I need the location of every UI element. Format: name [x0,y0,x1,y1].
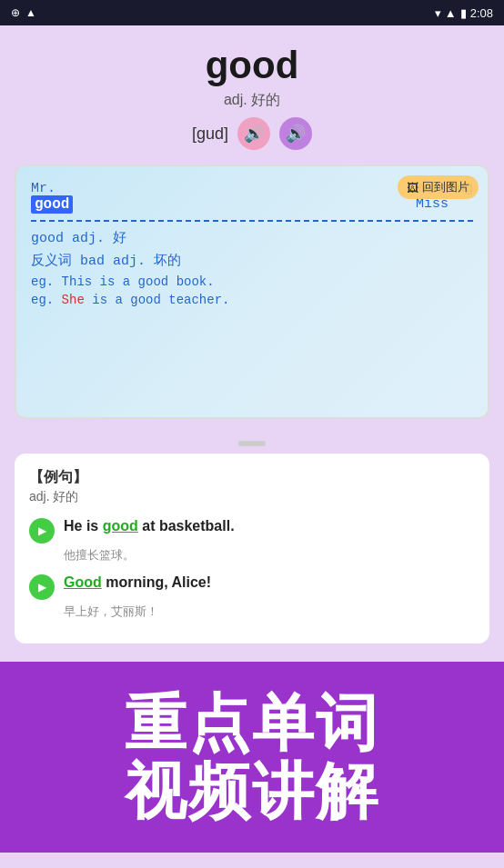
video-title-line1: 重点单词 [125,689,379,757]
play-icon-1: ▶ [38,524,46,537]
main-content: good adj. 好的 [gud] 🔊 🔊 🖼 回到图片 Mr. good m… [0,25,504,662]
sound-icon-1: 🔊 [244,124,264,144]
card-definition: good adj. 好 [31,229,473,246]
example-translation-1: 他擅长篮球。 [64,547,475,564]
example-translation-2: 早上好，艾丽斯！ [64,604,475,620]
video-section[interactable]: 重点单词 视频讲解 [0,662,504,853]
example2-pre: eg. [31,293,62,307]
ex1-highlight: good [103,518,138,534]
ex1-post: at basketball. [138,518,235,534]
ex2-highlight: Good [64,574,102,590]
ex2-post: morning, Alice! [102,574,211,590]
collapse-indicator[interactable] [238,434,266,454]
android-icon: ⊕ [11,6,20,19]
mr-text: Mr. [31,181,73,196]
sound-button-2[interactable]: 🔊 [279,117,312,150]
example-text-2: Good morning, Alice! [64,573,211,593]
pronunciation-row: [gud] 🔊 🔊 [192,117,312,150]
card-antonym: 反义词 bad adj. 坏的 [31,252,473,269]
she-highlight: She [62,293,85,307]
example-item-2: ▶ Good morning, Alice! [29,573,475,600]
examples-header: 【例句】 [29,468,475,487]
play-button-1[interactable]: ▶ [29,518,55,544]
example-text-1: He is good at basketball. [64,516,235,536]
examples-pos: adj. 好的 [29,489,475,505]
good-highlight: good [31,195,73,214]
back-to-image-button[interactable]: 🖼 回到图片 [398,175,479,199]
card-example-2: eg. She is a good teacher. [31,293,473,307]
image-icon: 🖼 [407,181,418,195]
sound-button-1[interactable]: 🔊 [237,117,270,150]
examples-section: 【例句】 adj. 好的 ▶ He is good at basketball.… [15,454,489,644]
play-button-2[interactable]: ▶ [29,574,55,600]
phonetic: [gud] [192,125,228,144]
wifi-icon: ▾ [435,6,441,20]
collapse-dot [238,441,266,446]
status-bar: ⊕ ▲ ▾ ▲ ▮ 2:08 [0,0,504,25]
example2-rest: is a good teacher. [85,293,230,307]
notification-icon: ▲ [25,6,36,19]
status-left: ⊕ ▲ [11,6,36,19]
status-right: ▾ ▲ ▮ 2:08 [435,6,493,20]
image-card-content: Mr. good morning Miss good adj. 好 反义词 ba… [31,181,473,307]
ex1-pre: He is [64,518,103,534]
video-title-line2: 视频讲解 [125,757,379,825]
image-card: 🖼 回到图片 Mr. good morning Miss good adj. 好… [15,165,489,419]
video-title: 重点单词 视频讲解 [125,689,379,825]
time-display: 2:08 [470,6,493,20]
example-item-1: ▶ He is good at basketball. [29,516,475,544]
sound-icon-2: 🔊 [286,124,306,144]
word-title: good [206,44,299,87]
play-icon-2: ▶ [38,581,46,594]
card-top-left: Mr. good [31,181,73,213]
signal-icon: ▲ [445,6,457,20]
battery-icon: ▮ [460,6,467,20]
dashed-divider [31,220,473,222]
word-pos: adj. 好的 [224,91,280,110]
card-example-1: eg. This is a good book. [31,274,473,289]
